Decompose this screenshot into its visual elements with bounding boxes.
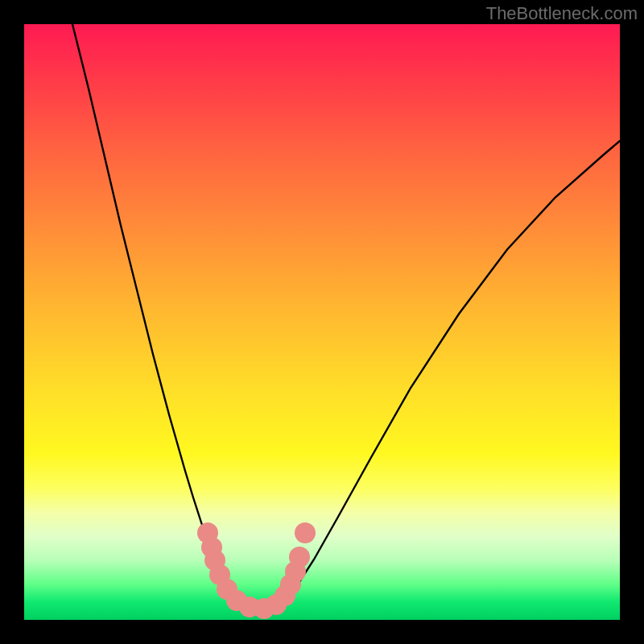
chart-svg (24, 24, 620, 620)
plot-area (24, 24, 620, 620)
marker-dot (295, 522, 316, 543)
watermark-label: TheBottleneck.com (486, 3, 638, 24)
curve-left (72, 24, 232, 596)
chart-frame: TheBottleneck.com (0, 0, 644, 644)
salmon-dots (197, 522, 316, 619)
curve-right (285, 141, 620, 601)
marker-dot (289, 547, 310, 568)
